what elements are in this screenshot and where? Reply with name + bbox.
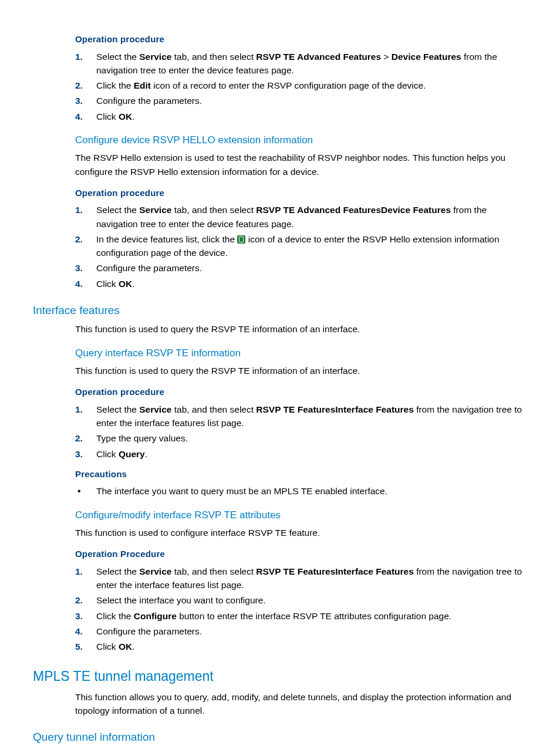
bold-text: Service	[139, 205, 171, 215]
step-text: tab, and then select	[171, 52, 256, 62]
bold-text: Service	[139, 566, 171, 576]
paragraph: This function is used to query the RSVP …	[75, 364, 527, 377]
step-text: Click the	[96, 611, 134, 621]
bold-text: RSVP TE Advanced Features	[256, 52, 381, 62]
step-text: Select the	[96, 205, 139, 215]
ordered-list-2: 1. Select the Service tab, and then sele…	[75, 203, 527, 291]
list-item: 2. Select the interface you want to conf…	[75, 593, 527, 607]
list-item: 3. Configure the parameters.	[75, 94, 527, 107]
step-text: .	[132, 642, 134, 652]
list-item: 4. Click OK.	[75, 277, 527, 291]
step-text: Configure the parameters.	[96, 96, 202, 106]
list-item: 1. Select the Service tab, and then sele…	[75, 403, 527, 430]
step-text: Select the	[96, 404, 139, 414]
step-text: Select the	[96, 566, 139, 576]
list-item: 3. Click the Configure button to enter t…	[75, 609, 527, 623]
list-item: 1. Select the Service tab, and then sele…	[75, 50, 527, 77]
list-item: 2. In the device features list, click th…	[75, 232, 527, 260]
bold-text: RSVP TE Advanced FeaturesDevice Features	[256, 205, 451, 215]
bold-text: OK	[119, 112, 132, 121]
step-text: icon of a record to enter the RSVP confi…	[151, 80, 426, 90]
step-text: Configure the parameters.	[96, 263, 202, 273]
paragraph: The RSVP Hello extension is used to test…	[75, 151, 527, 178]
step-text: >	[381, 52, 392, 62]
step-text: .	[145, 449, 147, 459]
sub-heading-configure-interface: Configure/modify interface RSVP TE attri…	[75, 508, 527, 523]
step-text: .	[132, 279, 134, 289]
ordered-list-4: 1. Select the Service tab, and then sele…	[75, 565, 527, 654]
step-text: tab, and then select	[171, 205, 256, 215]
list-item: 3. Click Query.	[75, 447, 527, 461]
ordered-list-1: 1. Select the Service tab, and then sele…	[75, 50, 527, 123]
precautions-heading: Precautions	[75, 468, 527, 481]
sub-heading-query-interface: Query interface RSVP TE information	[75, 346, 527, 361]
step-text: Click	[96, 449, 119, 459]
bold-text: Configure	[134, 611, 177, 621]
bold-text: Service	[139, 404, 171, 414]
bold-text: RSVP TE FeaturesInterface Features	[256, 404, 414, 414]
step-text: Select the interface you want to configu…	[96, 595, 266, 605]
step-text: Type the query values.	[96, 433, 188, 443]
step-text: Configure the parameters.	[96, 626, 202, 636]
step-text: Click	[96, 279, 119, 289]
operation-procedure-heading-3: Operation procedure	[75, 386, 527, 399]
step-text: tab, and then select	[171, 404, 256, 414]
bold-text: RSVP TE FeaturesInterface Features	[256, 566, 414, 576]
h2-mpls-tunnel-management: MPLS TE tunnel management	[33, 666, 527, 687]
list-item: 4. Click OK.	[75, 110, 527, 123]
step-text: Click	[96, 642, 119, 652]
list-item: 3. Configure the parameters.	[75, 261, 527, 275]
list-item: 5. Click OK.	[75, 640, 527, 653]
section-heading-query-tunnel: Query tunnel information	[33, 729, 527, 746]
list-item: 2. Click the Edit icon of a record to en…	[75, 79, 527, 92]
step-text: button to enter the interface RSVP TE at…	[177, 611, 451, 621]
step-text: Click the	[96, 80, 134, 90]
bulleted-list: The interface you want to query must be …	[75, 484, 527, 498]
step-text: Select the	[96, 52, 139, 62]
bold-text: OK	[119, 642, 132, 652]
device-icon	[237, 235, 245, 244]
list-item: 4. Configure the parameters.	[75, 625, 527, 638]
step-text: .	[132, 112, 134, 121]
list-item: The interface you want to query must be …	[75, 484, 527, 498]
bold-text: Device Features	[392, 52, 461, 62]
sub-heading-configure-hello: Configure device RSVP HELLO extension in…	[75, 133, 527, 148]
bold-text: OK	[119, 279, 132, 289]
paragraph: This function is used to configure inter…	[75, 526, 527, 539]
paragraph: This function is used to query the RSVP …	[75, 322, 527, 336]
operation-procedure-heading-2: Operation procedure	[75, 187, 527, 200]
list-item: 2. Type the query values.	[75, 431, 527, 445]
section-heading-interface-features: Interface features	[33, 302, 527, 319]
list-item: 1. Select the Service tab, and then sele…	[75, 565, 527, 592]
paragraph: This function allows you to query, add, …	[75, 690, 527, 718]
bold-text: Query	[119, 449, 145, 459]
ordered-list-3: 1. Select the Service tab, and then sele…	[75, 403, 527, 461]
bold-text: Service	[139, 52, 171, 62]
step-text: In the device features list, click the	[96, 234, 237, 244]
operation-procedure-heading-4: Operation Procedure	[75, 548, 527, 561]
step-text: Click	[96, 112, 119, 121]
bold-text: Edit	[134, 80, 151, 90]
step-text: tab, and then select	[171, 566, 256, 576]
list-item: 1. Select the Service tab, and then sele…	[75, 203, 527, 231]
precaution-text: The interface you want to query must be …	[96, 486, 387, 496]
operation-procedure-heading-1: Operation procedure	[75, 33, 527, 46]
